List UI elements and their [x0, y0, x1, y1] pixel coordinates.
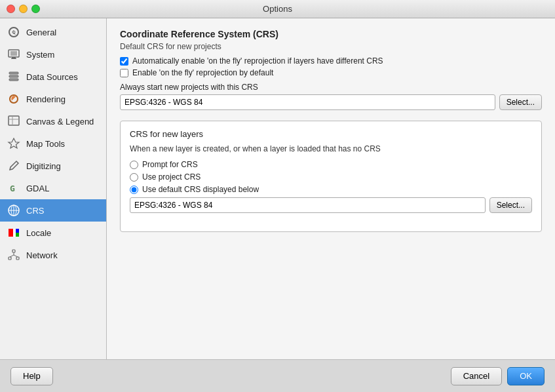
gdal-icon: G — [7, 181, 21, 195]
auto-reproject-label[interactable]: Automatically enable 'on the fly' reproj… — [132, 56, 383, 66]
select-crs-button-2[interactable]: Select... — [489, 197, 532, 213]
enable-otf-label[interactable]: Enable 'on the fly' reprojection by defa… — [132, 68, 273, 77]
crs-icon — [7, 203, 21, 218]
svg-rect-20 — [12, 250, 15, 252]
sidebar-item-rendering-label: Rendering — [26, 94, 66, 104]
network-icon — [7, 248, 21, 262]
group-desc: When a new layer is created, or when a l… — [130, 144, 532, 153]
always-start-label: Always start new projects with this CRS — [120, 83, 542, 92]
radio-use-project-crs[interactable] — [130, 173, 138, 182]
radio-use-default-crs[interactable] — [130, 186, 138, 194]
sidebar-item-locale-label: Locale — [26, 228, 51, 238]
general-icon — [7, 25, 21, 39]
select-crs-button[interactable]: Select... — [499, 94, 542, 110]
svg-rect-4 — [11, 58, 16, 59]
ok-button[interactable]: OK — [507, 367, 545, 385]
svg-rect-16 — [9, 229, 13, 237]
radio-prompt-row: Prompt for CRS — [130, 160, 532, 169]
maptools-icon — [7, 136, 21, 151]
svg-text:G: G — [10, 184, 15, 193]
content-area: Coordinate Reference System (CRS) Defaul… — [107, 18, 555, 359]
footer: Help Cancel OK — [0, 359, 555, 392]
radio-project-label[interactable]: Use project CRS — [142, 172, 201, 182]
svg-rect-6 — [9, 75, 18, 77]
minimize-button[interactable] — [19, 5, 28, 13]
rendering-icon — [7, 92, 21, 106]
sidebar-item-maptools-label: Map Tools — [26, 139, 65, 149]
svg-rect-7 — [9, 79, 18, 81]
sidebar-item-network[interactable]: Network — [0, 244, 106, 266]
sidebar-item-maptools[interactable]: Map Tools — [0, 132, 106, 155]
svg-rect-3 — [12, 57, 16, 58]
sidebar-item-system-label: System — [26, 50, 54, 60]
svg-rect-22 — [16, 257, 19, 260]
sidebar-item-locale[interactable]: Locale — [0, 222, 106, 244]
radio-project-row: Use project CRS — [130, 172, 532, 182]
sidebar-item-datasources[interactable]: Data Sources — [0, 66, 106, 88]
help-button[interactable]: Help — [10, 367, 53, 385]
sidebar-item-rendering[interactable]: Rendering — [0, 88, 106, 110]
footer-right-buttons: Cancel OK — [451, 367, 545, 385]
titlebar: Options — [0, 0, 555, 18]
window-title: Options — [263, 4, 292, 14]
svg-rect-2 — [10, 51, 17, 56]
cancel-button[interactable]: Cancel — [451, 367, 502, 385]
sidebar-item-digitizing[interactable]: Digitizing — [0, 155, 106, 177]
new-layer-crs-input-row: Select... — [130, 197, 532, 213]
svg-line-24 — [10, 255, 14, 257]
sidebar-item-crs[interactable]: CRS — [0, 199, 106, 222]
enable-otf-row: Enable 'on the fly' reprojection by defa… — [120, 68, 542, 77]
maximize-button[interactable] — [31, 5, 40, 13]
crs-new-layers-group: CRS for new layers When a new layer is c… — [120, 121, 542, 232]
sidebar-item-crs-label: CRS — [26, 206, 44, 216]
new-layer-crs-input[interactable] — [130, 197, 486, 213]
sidebar-item-system[interactable]: System — [0, 43, 106, 66]
svg-rect-18 — [16, 229, 19, 233]
radio-prompt-crs[interactable] — [130, 161, 138, 169]
auto-reproject-checkbox[interactable] — [120, 57, 128, 66]
svg-rect-8 — [9, 116, 19, 125]
sidebar-item-digitizing-label: Digitizing — [26, 161, 61, 171]
default-crs-input-row: Select... — [120, 94, 542, 110]
radio-default-row: Use default CRS displayed below — [130, 185, 532, 194]
window-controls — [7, 5, 40, 13]
sidebar-item-general-label: General — [26, 28, 56, 37]
enable-otf-checkbox[interactable] — [120, 69, 128, 77]
svg-rect-21 — [9, 257, 11, 260]
svg-line-25 — [14, 255, 18, 257]
main-layout: General System Data Sources Rendering Ca… — [0, 18, 555, 359]
radio-default-label[interactable]: Use default CRS displayed below — [142, 185, 259, 194]
sidebar-item-general[interactable]: General — [0, 21, 106, 43]
sidebar-item-gdal[interactable]: G GDAL — [0, 177, 106, 199]
close-button[interactable] — [7, 5, 15, 13]
sidebar-item-datasources-label: Data Sources — [26, 72, 78, 82]
sidebar-item-network-label: Network — [26, 250, 58, 260]
radio-prompt-label[interactable]: Prompt for CRS — [142, 160, 198, 169]
datasources-icon — [7, 69, 21, 84]
auto-reproject-row: Automatically enable 'on the fly' reproj… — [120, 56, 542, 66]
sidebar: General System Data Sources Rendering Ca… — [0, 18, 107, 359]
canvas-icon — [7, 114, 21, 128]
sidebar-item-canvas-label: Canvas & Legend — [26, 117, 94, 127]
digitizing-icon — [7, 159, 21, 173]
svg-rect-5 — [9, 72, 18, 74]
default-crs-subtitle: Default CRS for new projects — [120, 42, 542, 51]
sidebar-item-canvas[interactable]: Canvas & Legend — [0, 110, 106, 132]
section-title: Coordinate Reference System (CRS) — [120, 29, 542, 39]
svg-rect-17 — [13, 229, 16, 237]
locale-icon — [7, 225, 21, 240]
group-box-title: CRS for new layers — [130, 129, 532, 139]
sidebar-item-gdal-label: GDAL — [26, 184, 49, 193]
svg-rect-19 — [16, 233, 19, 237]
default-crs-input[interactable] — [120, 94, 495, 110]
system-icon — [7, 47, 21, 62]
